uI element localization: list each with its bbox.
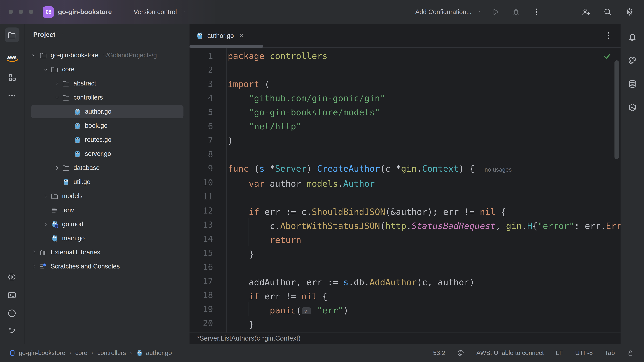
tree-row-models[interactable]: models — [24, 189, 190, 203]
tree-row-server-go[interactable]: server.go — [24, 147, 190, 161]
line-number: 6 — [190, 119, 213, 133]
tree-row-util-go[interactable]: util.go — [24, 175, 190, 189]
project-tool-button[interactable] — [4, 27, 19, 42]
run-anything-icon — [8, 272, 16, 281]
chev-icon — [54, 165, 60, 171]
database-tool-button[interactable] — [625, 76, 640, 91]
lock-open-icon[interactable] — [627, 350, 634, 357]
tree-row-controllers[interactable]: controllers — [24, 90, 190, 105]
aws-toolkit-button[interactable]: aws — [4, 52, 19, 67]
chev-icon — [32, 250, 37, 255]
structure-icon — [8, 73, 16, 82]
tree-chevron-right-icon[interactable] — [40, 193, 51, 199]
dependencies-tool-button[interactable] — [625, 100, 640, 115]
more-tool-windows-button[interactable] — [4, 88, 19, 103]
breadcrumb-label: author.go — [146, 349, 172, 357]
indent-widget[interactable]: Tab — [605, 349, 615, 357]
editor-vertical-scrollbar[interactable] — [614, 60, 619, 159]
run-button[interactable] — [491, 7, 500, 16]
gopher-icon — [74, 122, 82, 130]
scratch-icon — [39, 263, 47, 271]
window-controls[interactable] — [0, 10, 42, 14]
line-number: 9 — [190, 162, 213, 176]
structure-tool-button[interactable] — [4, 70, 19, 85]
vcs-selector[interactable]: Version control — [134, 8, 185, 16]
tree-chevron-right-icon[interactable] — [52, 81, 62, 86]
git-branch-icon — [8, 327, 16, 336]
tree-chevron-down-icon[interactable] — [40, 67, 51, 72]
status-bar-right: 53:2 AWS: Unable to connect LF UTF-8 Tab — [433, 349, 644, 357]
tree-chevron-down-icon[interactable] — [52, 95, 62, 100]
more-actions-button[interactable] — [532, 7, 541, 16]
tree-row--env[interactable]: .env — [24, 203, 190, 217]
code-editor[interactable]: 1234567891011121314151617181920 package … — [190, 48, 620, 333]
code-line: addAuthor, err := s.db.AddAuthor(c, auth… — [228, 275, 620, 289]
code-line: package controllers — [228, 49, 620, 63]
line-separator-widget[interactable]: LF — [556, 349, 563, 357]
folder-icon — [62, 164, 70, 172]
tree-chevron-right-icon[interactable] — [29, 250, 39, 255]
tree-item-path: ~/GolandProjects/g — [102, 52, 157, 59]
project-badge: GB — [42, 6, 54, 17]
problems-tool-button[interactable] — [4, 306, 19, 321]
project-selector-label: go-gin-bookstore — [58, 8, 112, 16]
run-tool-button[interactable] — [4, 270, 19, 284]
notifications-tool-button[interactable] — [625, 29, 640, 44]
chevron-down-icon — [58, 32, 63, 37]
tree-row-main-go[interactable]: main.go — [24, 231, 190, 245]
terminal-tool-button[interactable] — [4, 288, 19, 302]
terminal-icon — [8, 291, 16, 300]
breadcrumb-separator: › — [92, 350, 93, 356]
code-content: package controllers import ( "github.com… — [228, 49, 620, 332]
tree-row-author-go[interactable]: author.go — [24, 105, 190, 119]
window-minimize-button[interactable] — [19, 10, 23, 14]
caret-position-widget[interactable]: 53:2 — [433, 349, 445, 357]
tree-chevron-right-icon[interactable] — [52, 165, 62, 171]
git-tool-button[interactable] — [4, 324, 19, 339]
chev-icon — [43, 193, 48, 199]
breadcrumb-core[interactable]: core — [75, 349, 88, 357]
search-everywhere-icon[interactable] — [603, 7, 612, 16]
more-icon — [8, 91, 16, 100]
breadcrumb-controllers[interactable]: controllers — [97, 349, 126, 357]
tree-row-routes-go[interactable]: routes.go — [24, 133, 190, 147]
code-line: } — [228, 318, 620, 332]
inspections-ok-check-icon[interactable] — [603, 52, 612, 61]
breadcrumb-author-go[interactable]: author.go — [136, 349, 172, 357]
window-zoom-button[interactable] — [29, 10, 33, 14]
line-number: 20 — [190, 317, 213, 331]
tree-chevron-down-icon[interactable] — [29, 53, 39, 58]
gopher-icon — [51, 234, 59, 242]
tree-row-external-libraries[interactable]: External Libraries — [24, 245, 190, 259]
tree-row-abstract[interactable]: abstract — [24, 76, 190, 90]
code-with-me-icon[interactable] — [581, 7, 590, 16]
ai-assistant-tool-button[interactable] — [625, 53, 640, 68]
folder-icon — [39, 51, 47, 59]
aws-connection-widget[interactable]: AWS: Unable to connect — [476, 349, 544, 357]
tree-row-scratches-and-consoles[interactable]: Scratches and Consoles — [24, 259, 190, 274]
code-line: "go-gin-bookstore/models" — [228, 105, 620, 119]
settings-gear-icon[interactable] — [625, 7, 634, 16]
project-selector[interactable]: go-gin-bookstore — [58, 8, 120, 16]
folder-icon — [51, 192, 59, 200]
run-configuration-selector[interactable]: Add Configuration... — [415, 8, 480, 15]
tree-chevron-right-icon[interactable] — [29, 264, 39, 269]
breadcrumb-go-gin-bookstore[interactable]: go-gin-bookstore — [9, 349, 66, 357]
tree-row-book-go[interactable]: book.go — [24, 119, 190, 133]
window-close-button[interactable] — [9, 10, 13, 14]
ai-assistant-status-icon[interactable] — [457, 350, 464, 357]
tree-row-database[interactable]: database — [24, 161, 190, 175]
tree-row-go-mod[interactable]: go.mod — [24, 217, 190, 231]
encoding-widget[interactable]: UTF-8 — [575, 349, 593, 357]
debug-button[interactable] — [512, 7, 520, 16]
tree-item-label: Scratches and Consoles — [51, 263, 120, 270]
project-panel-header[interactable]: Project — [24, 24, 190, 39]
editor-tab-bar: author.go ✕ — [190, 24, 620, 48]
tree-row-core[interactable]: core — [24, 62, 190, 76]
ai-assistant-spiral-icon — [628, 56, 637, 65]
tree-row-go-gin-bookstore[interactable]: go-gin-bookstore~/GolandProjects/g — [24, 48, 190, 62]
editor-tab-author-go[interactable]: author.go ✕ — [190, 24, 249, 47]
tree-chevron-right-icon[interactable] — [40, 222, 51, 227]
tab-close-icon[interactable]: ✕ — [239, 32, 244, 39]
editor-options-kebab-icon[interactable] — [604, 31, 613, 40]
